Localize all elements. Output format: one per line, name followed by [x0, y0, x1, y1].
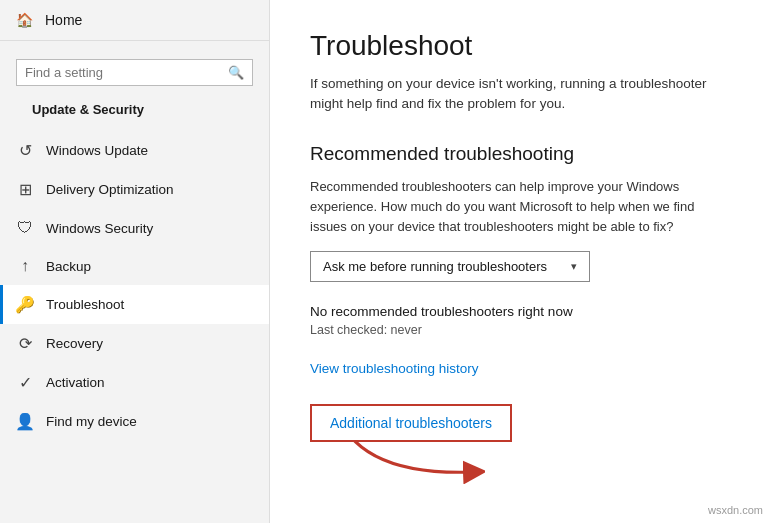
sidebar-item-activation[interactable]: ✓ Activation: [0, 363, 269, 402]
recommended-section-desc: Recommended troubleshooters can help imp…: [310, 177, 730, 237]
troubleshoot-preference-dropdown[interactable]: Ask me before running troubleshooters ▾: [310, 251, 590, 282]
backup-icon: ↑: [16, 257, 34, 275]
sidebar-item-delivery-optimization[interactable]: ⊞ Delivery Optimization: [0, 170, 269, 209]
activation-icon: ✓: [16, 373, 34, 392]
last-checked-text: Last checked: never: [310, 323, 735, 337]
sidebar-item-label: Recovery: [46, 336, 103, 351]
main-description: If something on your device isn't workin…: [310, 74, 730, 115]
main-content: Troubleshoot If something on your device…: [270, 0, 775, 523]
troubleshoot-preference-container: Ask me before running troubleshooters ▾: [310, 251, 735, 282]
delivery-optimization-icon: ⊞: [16, 180, 34, 199]
sidebar-item-home[interactable]: 🏠 Home: [0, 0, 269, 41]
watermark: wsxdn.com: [704, 503, 767, 517]
recovery-icon: ⟳: [16, 334, 34, 353]
sidebar-item-recovery[interactable]: ⟳ Recovery: [0, 324, 269, 363]
sidebar-item-label: Delivery Optimization: [46, 182, 174, 197]
no-troubleshooters-status: No recommended troubleshooters right now: [310, 304, 735, 319]
home-icon: 🏠: [16, 12, 33, 28]
page-title: Troubleshoot: [310, 30, 735, 62]
sidebar-home-label: Home: [45, 12, 82, 28]
sidebar-item-backup[interactable]: ↑ Backup: [0, 247, 269, 285]
windows-security-icon: 🛡: [16, 219, 34, 237]
recommended-section-title: Recommended troubleshooting: [310, 143, 735, 165]
sidebar-item-label: Windows Security: [46, 221, 153, 236]
additional-troubleshooters-button[interactable]: Additional troubleshooters: [310, 404, 512, 442]
chevron-down-icon: ▾: [571, 260, 577, 273]
sidebar-item-label: Backup: [46, 259, 91, 274]
view-history-link[interactable]: View troubleshooting history: [310, 361, 735, 376]
search-icon: 🔍: [228, 65, 244, 80]
sidebar-section-title: Update & Security: [16, 98, 253, 125]
dropdown-value: Ask me before running troubleshooters: [323, 259, 547, 274]
troubleshoot-icon: 🔑: [16, 295, 34, 314]
search-box[interactable]: 🔍: [16, 59, 253, 86]
find-my-device-icon: 👤: [16, 412, 34, 431]
sidebar: 🏠 Home 🔍 Update & Security ↺ Windows Upd…: [0, 0, 270, 523]
sidebar-item-windows-update[interactable]: ↺ Windows Update: [0, 131, 269, 170]
sidebar-item-label: Activation: [46, 375, 105, 390]
sidebar-header: 🔍 Update & Security: [0, 47, 269, 131]
sidebar-item-label: Troubleshoot: [46, 297, 124, 312]
windows-update-icon: ↺: [16, 141, 34, 160]
sidebar-item-windows-security[interactable]: 🛡 Windows Security: [0, 209, 269, 247]
sidebar-item-label: Find my device: [46, 414, 137, 429]
sidebar-item-label: Windows Update: [46, 143, 148, 158]
sidebar-item-find-my-device[interactable]: 👤 Find my device: [0, 402, 269, 441]
sidebar-item-troubleshoot[interactable]: 🔑 Troubleshoot: [0, 285, 269, 324]
search-input[interactable]: [25, 65, 228, 80]
